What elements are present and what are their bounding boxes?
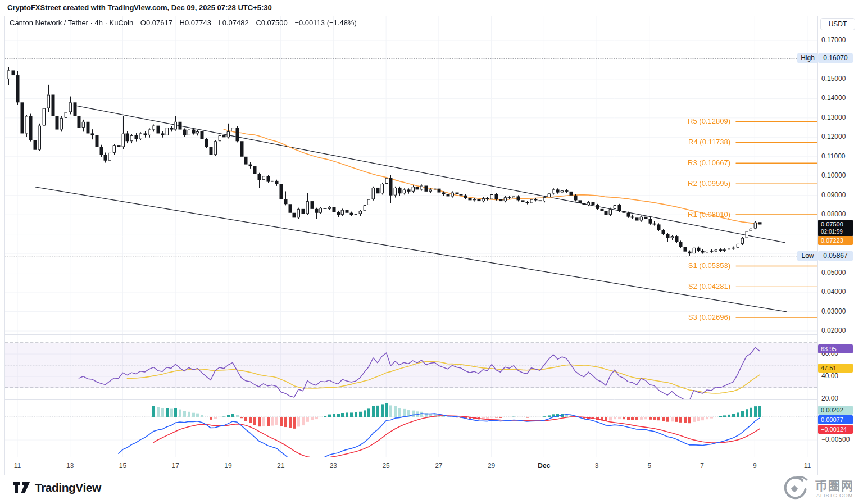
- ohlc-close: C0.07500: [256, 19, 287, 27]
- time-tick[interactable]: 15: [119, 460, 126, 471]
- price-tick: 0.04000: [821, 288, 846, 296]
- chart-canvas[interactable]: [5, 16, 817, 457]
- bar-countdown: 02:01:59: [821, 228, 850, 235]
- time-tick[interactable]: 27: [435, 460, 442, 471]
- price-tick: 0.05000: [821, 269, 846, 276]
- rsi-ma-value-badge: 47.51: [818, 364, 853, 373]
- rsi-tick: 20.00: [821, 394, 838, 402]
- macd-tick: −0.00500: [821, 435, 850, 443]
- price-tick: 0.15000: [821, 75, 846, 83]
- currency-unit-button[interactable]: USDT: [820, 18, 855, 30]
- level-label-r4: R4 (0.11738): [0, 137, 730, 147]
- price-tick: 0.13000: [821, 113, 846, 121]
- time-tick[interactable]: 7: [700, 460, 704, 471]
- price-tick: 0.08000: [821, 210, 846, 218]
- price-tick: 0.12000: [821, 133, 846, 140]
- price-tick: 0.11000: [821, 152, 846, 160]
- time-tick[interactable]: Dec: [538, 460, 550, 471]
- watermark: 币圈网 —ALIBTC.COM—: [780, 476, 859, 502]
- price-tick: 0.02000: [821, 326, 846, 334]
- time-tick[interactable]: 29: [488, 460, 495, 471]
- tradingview-logo[interactable]: TradingView: [12, 480, 101, 495]
- footer: TradingView 币圈网 —ALIBTC.COM—: [0, 475, 863, 504]
- level-label-r5: R5 (0.12809): [0, 116, 730, 126]
- level-label-r1: R1 (0.08010): [0, 210, 730, 220]
- last-price-badge: 0.07500 02:01:59: [818, 220, 853, 237]
- level-label-s2: S2 (0.04281): [0, 281, 730, 292]
- macd-hist-badge: 0.00202: [818, 406, 853, 415]
- symbol-title[interactable]: Canton Network / Tether · 4h · KuCoin: [10, 19, 133, 27]
- time-tick[interactable]: 3: [595, 460, 599, 471]
- price-tick: 0.03000: [821, 307, 846, 315]
- last-price-value: 0.07500: [821, 220, 850, 228]
- time-axis-border: [0, 457, 863, 457]
- time-tick[interactable]: 23: [330, 460, 337, 471]
- watermark-name: 币圈网: [811, 479, 859, 493]
- time-tick[interactable]: 9: [753, 460, 757, 471]
- ohlc-change: −0.00113 (−1.48%): [294, 19, 356, 27]
- price-tick: 0.10000: [821, 171, 846, 179]
- rsi-value-badge: 63.95: [818, 344, 853, 353]
- time-tick[interactable]: 13: [66, 460, 74, 471]
- time-tick[interactable]: 11: [804, 460, 811, 471]
- plot-left-border: [4, 16, 5, 475]
- low-value-chip: 0.05867: [818, 251, 853, 261]
- tradingview-logo-icon: [12, 480, 30, 495]
- rsi-tick: 40.00: [821, 372, 838, 380]
- high-label-chip: High: [797, 53, 818, 63]
- level-label-r2: R2 (0.09595): [0, 179, 730, 189]
- high-value-chip: 0.16070: [818, 53, 853, 63]
- coin-watermark-icon: [780, 476, 809, 502]
- price-tick: 0.09000: [821, 191, 846, 199]
- price-tick: 0.17000: [821, 36, 846, 44]
- time-tick[interactable]: 21: [277, 460, 284, 471]
- macd-value-badge: 0.00077: [818, 415, 853, 424]
- level-label-s3: S3 (0.02696): [0, 312, 730, 323]
- level-label-r3: R3 (0.10667): [0, 158, 730, 168]
- time-tick[interactable]: 17: [172, 460, 179, 471]
- time-tick[interactable]: 5: [647, 460, 651, 471]
- ohlc-open: O0.07617: [140, 19, 172, 27]
- sma50-value-badge: 0.07223: [818, 236, 853, 245]
- macd-signal-badge: −0.00124: [818, 425, 853, 434]
- ohlc-low: L0.07482: [219, 19, 249, 27]
- time-tick[interactable]: 25: [382, 460, 389, 471]
- credit-line: CryptoFXStreet created with TradingView.…: [7, 3, 272, 12]
- tradingview-logo-text: TradingView: [35, 481, 101, 494]
- time-tick[interactable]: 19: [224, 460, 231, 471]
- price-tick: 0.14000: [821, 94, 846, 102]
- level-label-s1: S1 (0.05353): [0, 261, 730, 271]
- watermark-site: —ALIBTC.COM—: [811, 493, 859, 498]
- low-label-chip: Low: [797, 251, 818, 261]
- ohlc-high: H0.07743: [180, 19, 211, 27]
- time-tick[interactable]: 11: [14, 460, 21, 471]
- tradingview-chart-page: CryptoFXStreet created with TradingView.…: [0, 0, 863, 504]
- symbol-legend[interactable]: Canton Network / Tether · 4h · KuCoin O0…: [10, 19, 362, 27]
